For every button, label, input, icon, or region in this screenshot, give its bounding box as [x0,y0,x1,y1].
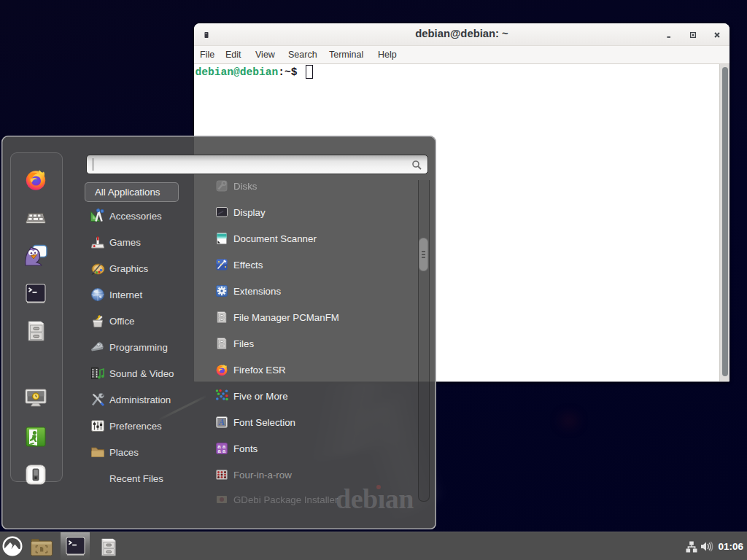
svg-text:A: A [218,417,225,427]
